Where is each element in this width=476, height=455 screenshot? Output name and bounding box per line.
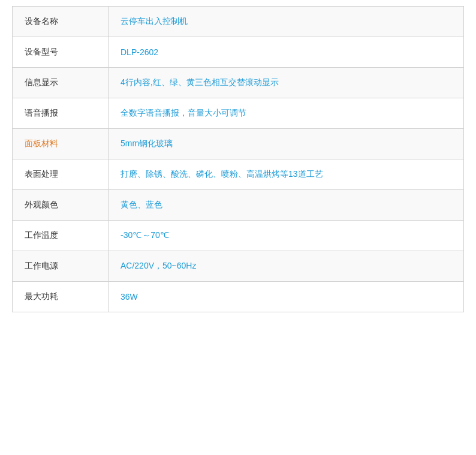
row-value: 4行内容,红、绿、黄三色相互交替滚动显示 — [109, 68, 464, 98]
row-value: 36W — [109, 282, 464, 312]
row-label: 外观颜色 — [13, 190, 109, 221]
row-label: 语音播报 — [13, 98, 109, 129]
row-label: 设备型号 — [13, 37, 109, 68]
row-value: 黄色、蓝色 — [109, 190, 464, 221]
row-value: 全数字语音播报，音量大小可调节 — [109, 98, 464, 129]
table-row: 设备型号DLP-2602 — [13, 37, 464, 68]
table-row: 信息显示4行内容,红、绿、黄三色相互交替滚动显示 — [13, 68, 464, 98]
row-label: 表面处理 — [13, 159, 109, 190]
table-row: 最大功耗36W — [13, 282, 464, 312]
row-value: 打磨、除锈、酸洗、磷化、喷粉、高温烘烤等13道工艺 — [109, 159, 464, 190]
table-row: 外观颜色黄色、蓝色 — [13, 190, 464, 221]
specs-table-container: 设备名称云停车出入控制机设备型号DLP-2602信息显示4行内容,红、绿、黄三色… — [0, 0, 476, 318]
row-value: 5mm钢化玻璃 — [109, 129, 464, 159]
table-row: 表面处理打磨、除锈、酸洗、磷化、喷粉、高温烘烤等13道工艺 — [13, 159, 464, 190]
table-row: 面板材料5mm钢化玻璃 — [13, 129, 464, 159]
row-value: DLP-2602 — [109, 37, 464, 68]
row-value: -30℃～70℃ — [109, 221, 464, 251]
row-label: 工作电源 — [13, 251, 109, 282]
row-label: 信息显示 — [13, 68, 109, 98]
row-label: 面板材料 — [13, 129, 109, 159]
row-label: 设备名称 — [13, 7, 109, 37]
specs-table: 设备名称云停车出入控制机设备型号DLP-2602信息显示4行内容,红、绿、黄三色… — [12, 6, 464, 312]
row-label: 最大功耗 — [13, 282, 109, 312]
row-value: AC/220V，50~60Hz — [109, 251, 464, 282]
table-row: 工作温度-30℃～70℃ — [13, 221, 464, 251]
row-value: 云停车出入控制机 — [109, 7, 464, 37]
table-row: 工作电源AC/220V，50~60Hz — [13, 251, 464, 282]
row-label: 工作温度 — [13, 221, 109, 251]
table-row: 语音播报全数字语音播报，音量大小可调节 — [13, 98, 464, 129]
table-row: 设备名称云停车出入控制机 — [13, 7, 464, 37]
